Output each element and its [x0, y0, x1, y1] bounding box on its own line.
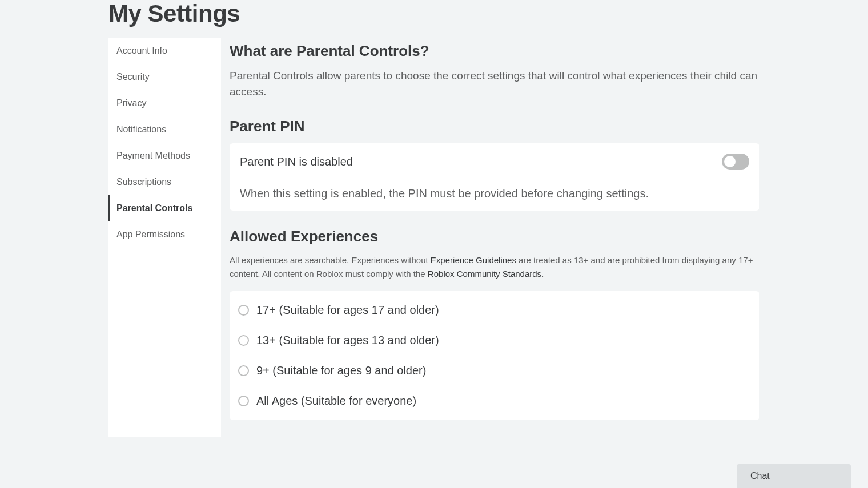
radio-option-allages[interactable]: All Ages (Suitable for everyone) [234, 386, 755, 416]
radio-label: 17+ (Suitable for ages 17 and older) [256, 304, 439, 317]
radio-icon [238, 335, 249, 346]
pin-description: When this setting is enabled, the PIN mu… [240, 187, 749, 200]
sidebar-item-account-info[interactable]: Account Info [108, 38, 221, 64]
radio-option-13plus[interactable]: 13+ (Suitable for ages 13 and older) [234, 325, 755, 356]
sidebar-item-parental-controls[interactable]: Parental Controls [108, 195, 221, 221]
allowed-experiences-card: 17+ (Suitable for ages 17 and older) 13+… [230, 291, 760, 420]
section-title-allowed: Allowed Experiences [230, 228, 760, 245]
pin-card: Parent PIN is disabled When this setting… [230, 143, 760, 211]
pin-toggle-knob [724, 156, 736, 167]
radio-icon [238, 365, 249, 376]
sidebar-item-payment-methods[interactable]: Payment Methods [108, 143, 221, 169]
sidebar-item-privacy[interactable]: Privacy [108, 90, 221, 116]
pin-toggle[interactable] [722, 154, 749, 170]
allowed-info-prefix: All experiences are searchable. Experien… [230, 255, 431, 265]
experience-guidelines-link[interactable]: Experience Guidelines [431, 255, 516, 265]
radio-icon [238, 396, 249, 406]
radio-option-17plus[interactable]: 17+ (Suitable for ages 17 and older) [234, 295, 755, 325]
radio-label: All Ages (Suitable for everyone) [256, 394, 416, 408]
sidebar-item-app-permissions[interactable]: App Permissions [108, 221, 221, 248]
radio-option-9plus[interactable]: 9+ (Suitable for ages 9 and older) [234, 356, 755, 386]
section-title-pin: Parent PIN [230, 118, 760, 135]
sidebar-item-security[interactable]: Security [108, 64, 221, 90]
community-standards-link[interactable]: Roblox Community Standards [428, 269, 541, 279]
radio-label: 9+ (Suitable for ages 9 and older) [256, 364, 426, 377]
sidebar-item-subscriptions[interactable]: Subscriptions [108, 169, 221, 195]
radio-label: 13+ (Suitable for ages 13 and older) [256, 334, 439, 347]
allowed-info-suffix: . [541, 269, 544, 279]
main-content: What are Parental Controls? Parental Con… [230, 38, 760, 437]
settings-sidebar: Account Info Security Privacy Notificati… [108, 38, 221, 437]
page-title: My Settings [108, 0, 760, 38]
pin-status-label: Parent PIN is disabled [240, 155, 353, 168]
chat-bar[interactable]: Chat [737, 464, 851, 488]
what-body-text: Parental Controls allow parents to choos… [230, 68, 760, 99]
sidebar-item-notifications[interactable]: Notifications [108, 116, 221, 143]
radio-icon [238, 305, 249, 316]
allowed-info-text: All experiences are searchable. Experien… [230, 253, 760, 281]
section-title-what: What are Parental Controls? [230, 42, 760, 60]
